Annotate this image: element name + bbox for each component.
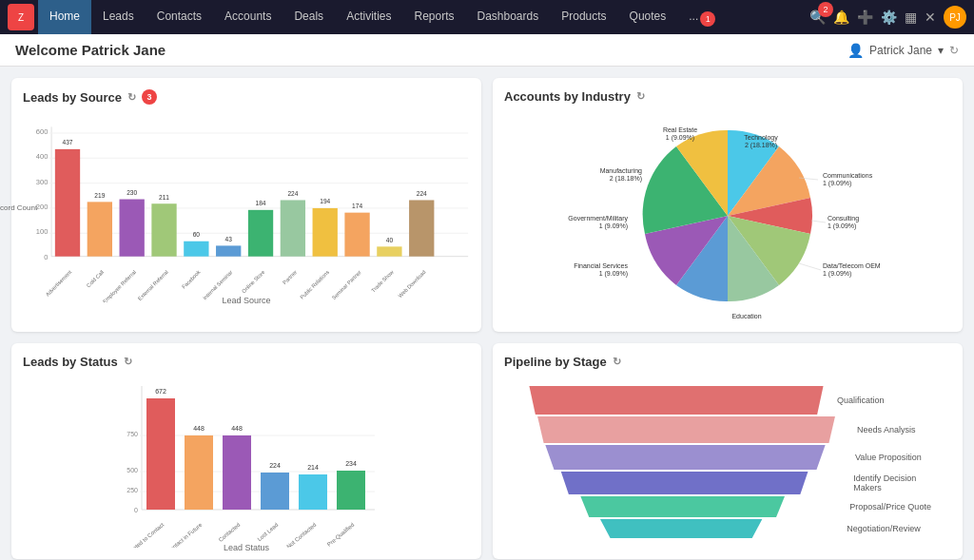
refresh-icon-pipeline[interactable]: ↻ (613, 356, 621, 368)
nav-tab-deals[interactable]: Deals (282, 0, 335, 34)
bar-not-contacted[interactable] (299, 474, 327, 510)
plus-icon[interactable]: ➕ (857, 10, 873, 25)
bar-internal-seminar[interactable] (216, 245, 241, 256)
nav-tab-dashboards[interactable]: Dashboards (466, 0, 551, 34)
nav-tab-quotes[interactable]: Quotes (618, 0, 678, 34)
svg-text:300: 300 (36, 178, 49, 186)
svg-text:234: 234 (345, 460, 357, 467)
bar-contacted[interactable] (223, 435, 251, 510)
nav-badge-2: 2 (818, 2, 833, 17)
svg-text:224: 224 (287, 190, 298, 197)
user-avatar[interactable]: PJ (944, 6, 966, 29)
leads-source-chart: 0 100 200 300 400 600 437 Advertisement (23, 112, 470, 302)
svg-text:Trade Show: Trade Show (370, 268, 395, 293)
bar-cold-call[interactable] (88, 202, 112, 256)
accounts-pie-chart: Technology 2 (18.18%) Communications 1 (… (566, 111, 889, 320)
bar-employee-referral[interactable] (120, 200, 145, 257)
nav-tab-products[interactable]: Products (550, 0, 617, 34)
svg-text:Technology: Technology (744, 134, 778, 142)
bar-public-relations[interactable] (313, 208, 338, 257)
svg-text:400: 400 (36, 152, 49, 161)
svg-text:750: 750 (127, 431, 138, 437)
funnel-negotiation (596, 519, 765, 538)
app-logo: Z (8, 4, 34, 30)
bell-icon[interactable]: 🔔 (833, 10, 849, 25)
svg-text:Manufacturing: Manufacturing (600, 167, 642, 175)
bar-partner[interactable] (281, 200, 305, 256)
svg-text:174: 174 (352, 203, 362, 209)
bar-trade-show[interactable] (377, 246, 401, 256)
nav-badge-1: 1 (700, 11, 715, 27)
svg-text:1 (9.09%): 1 (9.09%) (666, 134, 694, 142)
svg-text:Financial Services: Financial Services (574, 262, 628, 269)
funnel-proposal (576, 496, 789, 517)
svg-text:184: 184 (256, 200, 266, 206)
nav-tab-accounts[interactable]: Accounts (213, 0, 282, 34)
svg-text:Government/Military: Government/Military (568, 215, 628, 222)
svg-text:Consulting: Consulting (828, 215, 859, 222)
leads-by-source-title: Leads by Source ↻ 3 (23, 89, 470, 105)
svg-text:60: 60 (193, 231, 201, 238)
bar-external-referral[interactable] (151, 203, 176, 256)
bar-web-download[interactable] (409, 200, 434, 256)
svg-text:Employee Referral: Employee Referral (102, 269, 137, 302)
leads-by-status-card: Leads by Status ↻ 0 250 500 750 672 448 (11, 343, 481, 559)
svg-text:224: 224 (269, 462, 281, 469)
leads-by-source-card: Leads by Source ↻ 3 Record Count 0 100 2… (11, 78, 481, 332)
bar-facebook[interactable] (184, 241, 208, 257)
svg-text:214: 214 (307, 464, 319, 471)
svg-text:2 (18.18%): 2 (18.18%) (610, 175, 642, 183)
svg-text:Communications: Communications (823, 172, 873, 179)
svg-text:500: 500 (127, 467, 138, 473)
svg-text:40: 40 (386, 237, 394, 243)
funnel-label-decision: Identify Decision Makers (853, 473, 932, 492)
bar-contact-future[interactable] (185, 435, 213, 510)
nav-tab-contacts[interactable]: Contacts (146, 0, 213, 34)
svg-text:2 (18.18%): 2 (18.18%) (745, 142, 777, 149)
svg-text:448: 448 (193, 425, 205, 432)
page-title: Welcome Patrick Jane (15, 42, 166, 58)
bar-lost-lead[interactable] (261, 473, 289, 510)
grid-icon[interactable]: ▦ (905, 10, 917, 25)
accounts-by-industry-title: Accounts by Industry ↻ (504, 89, 951, 104)
nav-tab-leads[interactable]: Leads (91, 0, 146, 34)
bar-advertisement[interactable] (55, 149, 80, 257)
settings-icon[interactable]: ⚙️ (881, 10, 897, 25)
nav-tab-home[interactable]: Home (38, 0, 91, 34)
svg-text:External Referral: External Referral (137, 269, 169, 301)
svg-text:Lost Lead: Lost Lead (256, 522, 279, 543)
svg-text:1 (9.09%): 1 (9.09%) (823, 270, 851, 278)
funnel-label-needs: Needs Analysis (857, 425, 932, 434)
bar-attempted[interactable] (146, 398, 175, 510)
svg-text:211: 211 (159, 194, 169, 201)
funnel-label-proposal: Proposal/Price Quote (849, 502, 932, 512)
nav-tab-reports[interactable]: Reports (402, 0, 465, 34)
bar-pre-qualified[interactable] (337, 471, 365, 510)
svg-text:Contacted: Contacted (218, 522, 242, 543)
svg-text:Partner: Partner (282, 269, 298, 285)
svg-text:600: 600 (36, 127, 49, 136)
bar-online-store[interactable] (248, 210, 273, 257)
y-axis-label: Record Count (0, 203, 37, 212)
refresh-icon-accounts[interactable]: ↻ (636, 90, 645, 103)
svg-text:Not Contacted: Not Contacted (285, 522, 317, 548)
svg-text:1 (9.09%): 1 (9.09%) (828, 222, 856, 230)
nav-tab-activities[interactable]: Activities (335, 0, 402, 34)
close-icon[interactable]: ✕ (925, 10, 936, 25)
svg-text:Advertisement: Advertisement (45, 269, 73, 298)
refresh-icon[interactable]: ↻ (127, 91, 136, 104)
bar-seminar-partner[interactable] (344, 213, 369, 257)
svg-text:100: 100 (36, 227, 49, 236)
svg-text:1 (9.09%): 1 (9.09%) (599, 222, 628, 230)
refresh-header-icon[interactable]: ↻ (949, 44, 959, 57)
accounts-by-industry-card: Accounts by Industry ↻ (493, 78, 963, 332)
refresh-icon-status[interactable]: ↻ (124, 356, 132, 368)
svg-line-44 (811, 221, 826, 222)
user-dropdown-arrow[interactable]: ▾ (938, 44, 944, 57)
user-name: Patrick Jane (869, 44, 932, 57)
funnel-needs-analysis (532, 416, 842, 443)
svg-text:230: 230 (127, 189, 137, 196)
funnel-qualification (523, 386, 829, 415)
svg-text:0: 0 (134, 507, 138, 513)
funnel-label-value: Value Proposition (855, 453, 932, 462)
